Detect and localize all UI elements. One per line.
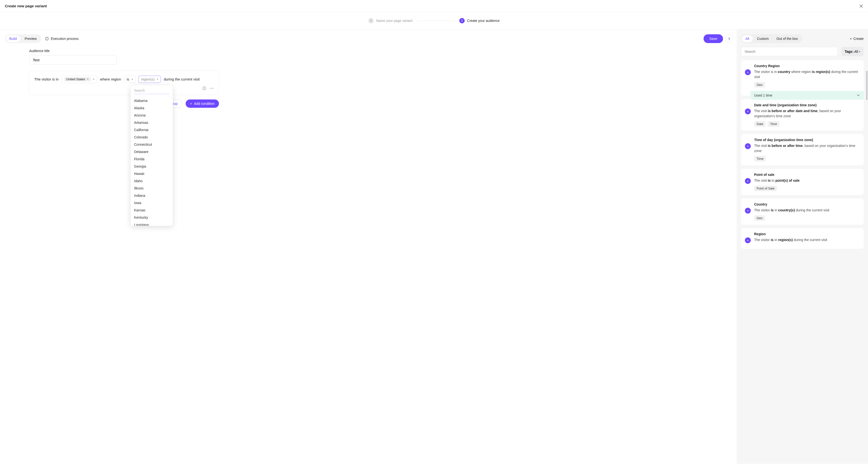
audience-card: +RegionThe visitor is in region(s) durin… — [741, 228, 864, 249]
audience-card-title: Date and time (organization time zone) — [754, 103, 860, 107]
step-1-label: Name your page variant — [376, 19, 412, 23]
audience-card-tags: Geo — [754, 215, 860, 221]
add-audience-icon[interactable]: + — [745, 238, 751, 243]
mode-tabs: Build Preview — [5, 34, 41, 43]
audience-tag: Geo — [754, 215, 765, 221]
chevron-down-icon: ▾ — [132, 78, 133, 81]
audience-title-input[interactable] — [29, 55, 117, 65]
chevron-down-icon — [857, 94, 860, 96]
audience-card-title: Country — [754, 203, 860, 206]
condition-text-where-region: where region — [100, 77, 121, 81]
tab-all[interactable]: All — [742, 35, 753, 42]
audience-search-input[interactable] — [741, 47, 838, 56]
tab-build[interactable]: Build — [6, 35, 20, 42]
execution-process-link[interactable]: Execution process — [45, 37, 79, 41]
region-option[interactable]: Georgia — [131, 163, 173, 170]
region-option[interactable]: Louisiana — [131, 221, 173, 226]
condition-info-icon[interactable] — [202, 86, 207, 91]
tags-value: All — [854, 50, 858, 54]
tab-custom[interactable]: Custom — [754, 35, 772, 42]
region-option[interactable]: Arizona — [131, 112, 173, 119]
region-dropdown-search[interactable] — [134, 87, 169, 94]
svg-point-4 — [204, 87, 205, 88]
condition-more-icon[interactable] — [210, 86, 214, 91]
audience-tag: Time — [768, 121, 779, 127]
region-dropdown: AlabamaAlaskaArizonaArkansasCaliforniaCo… — [130, 85, 173, 226]
region-option[interactable]: Colorado — [131, 133, 173, 141]
plus-icon: + — [850, 37, 852, 41]
operator-label: is — [127, 77, 129, 81]
left-panel: Build Preview Execution process Save Aud… — [0, 29, 737, 464]
add-condition-button[interactable]: + Add condition — [186, 99, 219, 108]
tab-preview[interactable]: Preview — [21, 35, 40, 42]
audience-card: +Country RegionThe visitor is in country… — [741, 60, 864, 96]
remove-country-icon[interactable]: ✕ — [87, 77, 89, 81]
tab-out-of-the-box[interactable]: Out of the box — [773, 35, 801, 42]
step-1-number: 1 — [368, 18, 374, 23]
country-chip[interactable]: United States ✕ — [64, 77, 91, 82]
region-option[interactable]: Alaska — [131, 104, 173, 112]
region-option[interactable]: Illinois — [131, 185, 173, 192]
region-dropdown-list: AlabamaAlaskaArizonaArkansasCaliforniaCo… — [131, 96, 173, 226]
add-audience-icon[interactable]: + — [745, 143, 751, 149]
region-option[interactable]: Florida — [131, 155, 173, 163]
audience-card-title: Time of day (organization time zone) — [754, 138, 860, 142]
plus-icon: + — [190, 102, 192, 105]
region-option[interactable]: Arkansas — [131, 119, 173, 126]
audience-card: +Point of saleThe visit is to point(s) o… — [741, 169, 864, 195]
region-option[interactable]: California — [131, 126, 173, 133]
used-text: Used 1 time — [754, 93, 772, 97]
audience-tag: Geo — [754, 82, 765, 88]
audience-card-tags: Geo — [754, 82, 860, 88]
region-option[interactable]: Indiana — [131, 192, 173, 199]
chevron-down-icon: ▾ — [93, 78, 94, 81]
region-option[interactable]: Delaware — [131, 148, 173, 155]
tags-filter-button[interactable]: Tags: All ▾ — [841, 47, 864, 56]
step-2[interactable]: 2 Create your audience — [459, 18, 500, 23]
audience-card-description: The visit is before or after time, based… — [754, 143, 860, 154]
step-1[interactable]: 1 Name your page variant — [368, 18, 412, 23]
condition-text-prefix: The visitor is in — [34, 77, 59, 81]
audience-title-label: Audience title — [29, 49, 219, 53]
add-audience-icon[interactable]: + — [745, 108, 751, 114]
audience-filter-tabs: All Custom Out of the box — [741, 34, 802, 43]
operator-select[interactable]: is ▾ — [124, 76, 135, 83]
scrollbar-thumb[interactable] — [866, 71, 868, 100]
save-button[interactable]: Save — [704, 34, 723, 43]
region-option[interactable]: Hawaii — [131, 170, 173, 177]
add-audience-icon[interactable]: + — [745, 69, 751, 75]
create-audience-button[interactable]: + Create — [850, 37, 864, 41]
close-icon[interactable] — [859, 4, 863, 8]
region-option[interactable]: Connecticut — [131, 141, 173, 148]
country-chip-label: United States — [66, 77, 85, 81]
condition-text-suffix: during the current visit — [164, 77, 200, 81]
step-2-number: 2 — [459, 18, 465, 23]
collapse-right-panel-button[interactable] — [725, 35, 733, 43]
right-panel: All Custom Out of the box + Create Tags:… — [737, 29, 868, 464]
country-select[interactable]: United States ✕ ▾ — [62, 75, 97, 83]
audience-card-description: The visit is before or after date and ti… — [754, 108, 860, 119]
add-condition-label: Add condition — [194, 102, 215, 105]
region-select[interactable]: region(s) ▾ — [138, 76, 161, 83]
region-select-placeholder: region(s) — [141, 77, 154, 81]
region-option[interactable]: Kentucky — [131, 214, 173, 221]
audience-tag: Time — [754, 156, 766, 161]
add-audience-icon[interactable]: + — [745, 178, 751, 184]
used-indicator[interactable]: Used 1 time — [750, 91, 864, 100]
audience-card-title: Country Region — [754, 64, 860, 68]
modal-title: Create new page variant — [5, 4, 47, 8]
modal-header: Create new page variant — [0, 0, 868, 12]
svg-point-6 — [210, 88, 211, 89]
chevron-down-icon: ▾ — [157, 78, 158, 81]
region-option[interactable]: Iowa — [131, 199, 173, 207]
audience-card-title: Point of sale — [754, 173, 860, 177]
stepper: 1 Name your page variant 2 Create your a… — [0, 12, 868, 29]
region-option[interactable]: Kansas — [131, 207, 173, 214]
condition-card: The visitor is in United States ✕ ▾ wher… — [29, 70, 219, 95]
region-option[interactable]: Idaho — [131, 177, 173, 185]
add-audience-icon[interactable]: + — [745, 208, 751, 214]
execution-process-label: Execution process — [51, 37, 79, 41]
audience-tag: Date — [754, 121, 766, 127]
info-icon — [45, 37, 49, 41]
region-option[interactable]: Alabama — [131, 97, 173, 104]
